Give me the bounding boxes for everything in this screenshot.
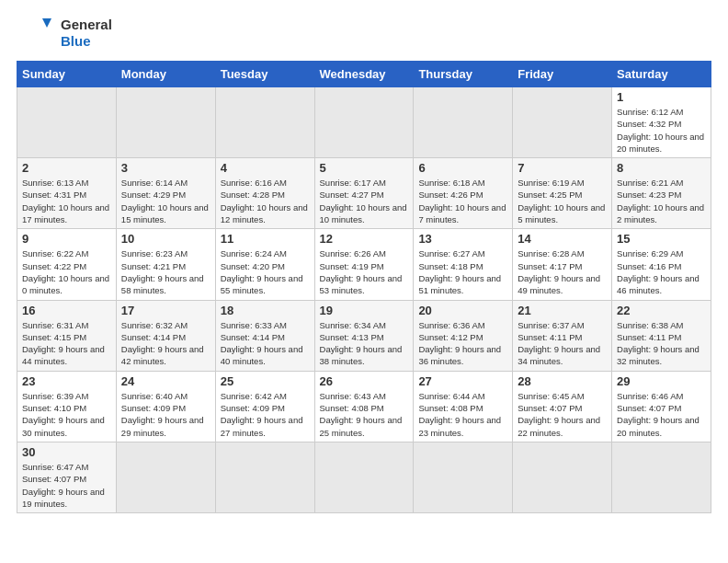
calendar-week-row: 9Sunrise: 6:22 AM Sunset: 4:22 PM Daylig…: [17, 229, 711, 300]
calendar-week-row: 30Sunrise: 6:47 AM Sunset: 4:07 PM Dayli…: [17, 442, 711, 512]
header: General Blue: [17, 15, 711, 52]
day-info: Sunrise: 6:32 AM Sunset: 4:14 PM Dayligh…: [121, 319, 210, 368]
day-info: Sunrise: 6:19 AM Sunset: 4:25 PM Dayligh…: [518, 177, 607, 225]
calendar-cell: 29Sunrise: 6:46 AM Sunset: 4:07 PM Dayli…: [612, 371, 711, 442]
calendar-cell: [314, 87, 414, 158]
calendar-cell: [414, 442, 513, 512]
day-info: Sunrise: 6:27 AM Sunset: 4:18 PM Dayligh…: [418, 247, 507, 296]
day-number: 3: [121, 161, 210, 175]
day-info: Sunrise: 6:29 AM Sunset: 4:16 PM Dayligh…: [617, 247, 706, 296]
day-number: 10: [121, 232, 210, 246]
calendar-cell: [17, 87, 117, 158]
day-info: Sunrise: 6:16 AM Sunset: 4:28 PM Dayligh…: [221, 177, 310, 225]
day-number: 15: [617, 232, 706, 246]
day-number: 29: [617, 374, 706, 388]
calendar-cell: 25Sunrise: 6:42 AM Sunset: 4:09 PM Dayli…: [215, 371, 314, 442]
calendar-cell: [215, 87, 314, 158]
calendar-cell: 4Sunrise: 6:16 AM Sunset: 4:28 PM Daylig…: [215, 158, 314, 229]
day-number: 7: [518, 161, 607, 175]
calendar-cell: 6Sunrise: 6:18 AM Sunset: 4:26 PM Daylig…: [414, 158, 513, 229]
day-info: Sunrise: 6:26 AM Sunset: 4:19 PM Dayligh…: [320, 247, 409, 296]
calendar-cell: 20Sunrise: 6:36 AM Sunset: 4:12 PM Dayli…: [414, 300, 513, 371]
day-number: 16: [22, 304, 111, 317]
calendar-cell: 18Sunrise: 6:33 AM Sunset: 4:14 PM Dayli…: [215, 300, 314, 371]
day-of-week-thursday: Thursday: [414, 62, 513, 87]
calendar-cell: [612, 442, 711, 512]
day-of-week-tuesday: Tuesday: [215, 62, 314, 87]
day-info: Sunrise: 6:22 AM Sunset: 4:22 PM Dayligh…: [22, 247, 111, 296]
day-number: 25: [221, 374, 310, 388]
day-number: 27: [418, 374, 507, 388]
calendar-cell: 15Sunrise: 6:29 AM Sunset: 4:16 PM Dayli…: [612, 229, 711, 300]
day-number: 21: [518, 304, 607, 317]
day-info: Sunrise: 6:42 AM Sunset: 4:09 PM Dayligh…: [221, 390, 310, 439]
calendar-cell: 7Sunrise: 6:19 AM Sunset: 4:25 PM Daylig…: [513, 158, 612, 229]
day-info: Sunrise: 6:37 AM Sunset: 4:11 PM Dayligh…: [518, 319, 607, 368]
day-number: 23: [22, 374, 111, 388]
day-number: 5: [320, 161, 409, 175]
day-number: 22: [617, 304, 706, 317]
calendar-cell: 14Sunrise: 6:28 AM Sunset: 4:17 PM Dayli…: [513, 229, 612, 300]
day-number: 18: [221, 304, 310, 317]
day-number: 1: [617, 90, 706, 104]
day-info: Sunrise: 6:36 AM Sunset: 4:12 PM Dayligh…: [418, 319, 507, 368]
svg-marker-0: [42, 18, 51, 28]
day-number: 4: [221, 161, 310, 175]
generalblue-icon: [17, 15, 57, 52]
calendar-cell: 13Sunrise: 6:27 AM Sunset: 4:18 PM Dayli…: [414, 229, 513, 300]
day-of-week-monday: Monday: [116, 62, 215, 87]
day-of-week-friday: Friday: [513, 62, 612, 87]
day-number: 11: [221, 232, 310, 246]
day-info: Sunrise: 6:39 AM Sunset: 4:10 PM Dayligh…: [22, 390, 111, 439]
calendar-week-row: 1Sunrise: 6:12 AM Sunset: 4:32 PM Daylig…: [17, 87, 711, 158]
calendar-cell: 12Sunrise: 6:26 AM Sunset: 4:19 PM Dayli…: [314, 229, 414, 300]
calendar-cell: 9Sunrise: 6:22 AM Sunset: 4:22 PM Daylig…: [17, 229, 117, 300]
calendar-cell: 30Sunrise: 6:47 AM Sunset: 4:07 PM Dayli…: [17, 442, 117, 512]
day-info: Sunrise: 6:38 AM Sunset: 4:11 PM Dayligh…: [617, 319, 706, 368]
day-number: 28: [518, 374, 607, 388]
calendar-cell: 11Sunrise: 6:24 AM Sunset: 4:20 PM Dayli…: [215, 229, 314, 300]
day-number: 9: [22, 232, 111, 246]
calendar-table: SundayMondayTuesdayWednesdayThursdayFrid…: [17, 61, 711, 513]
day-info: Sunrise: 6:33 AM Sunset: 4:14 PM Dayligh…: [221, 319, 310, 368]
calendar-cell: [513, 87, 612, 158]
calendar-cell: 24Sunrise: 6:40 AM Sunset: 4:09 PM Dayli…: [116, 371, 215, 442]
calendar-cell: 22Sunrise: 6:38 AM Sunset: 4:11 PM Dayli…: [612, 300, 711, 371]
calendar-cell: 26Sunrise: 6:43 AM Sunset: 4:08 PM Dayli…: [314, 371, 414, 442]
calendar-week-row: 23Sunrise: 6:39 AM Sunset: 4:10 PM Dayli…: [17, 371, 711, 442]
day-number: 12: [320, 232, 409, 246]
day-info: Sunrise: 6:13 AM Sunset: 4:31 PM Dayligh…: [22, 177, 111, 225]
calendar-cell: 5Sunrise: 6:17 AM Sunset: 4:27 PM Daylig…: [314, 158, 414, 229]
day-number: 13: [418, 232, 507, 246]
day-number: 2: [22, 161, 111, 175]
day-info: Sunrise: 6:23 AM Sunset: 4:21 PM Dayligh…: [121, 247, 210, 296]
calendar-cell: 10Sunrise: 6:23 AM Sunset: 4:21 PM Dayli…: [116, 229, 215, 300]
day-info: Sunrise: 6:45 AM Sunset: 4:07 PM Dayligh…: [518, 390, 607, 439]
day-of-week-saturday: Saturday: [612, 62, 711, 87]
day-of-week-wednesday: Wednesday: [314, 62, 414, 87]
calendar-cell: 23Sunrise: 6:39 AM Sunset: 4:10 PM Dayli…: [17, 371, 117, 442]
day-info: Sunrise: 6:24 AM Sunset: 4:20 PM Dayligh…: [221, 247, 310, 296]
day-number: 17: [121, 304, 210, 317]
day-of-week-sunday: Sunday: [17, 62, 117, 87]
day-number: 30: [22, 445, 111, 459]
day-info: Sunrise: 6:21 AM Sunset: 4:23 PM Dayligh…: [617, 177, 706, 225]
logo: General Blue: [17, 15, 112, 52]
calendar-cell: 3Sunrise: 6:14 AM Sunset: 4:29 PM Daylig…: [116, 158, 215, 229]
day-info: Sunrise: 6:43 AM Sunset: 4:08 PM Dayligh…: [320, 390, 409, 439]
day-number: 26: [320, 374, 409, 388]
day-info: Sunrise: 6:40 AM Sunset: 4:09 PM Dayligh…: [121, 390, 210, 439]
calendar-cell: 19Sunrise: 6:34 AM Sunset: 4:13 PM Dayli…: [314, 300, 414, 371]
calendar-cell: 8Sunrise: 6:21 AM Sunset: 4:23 PM Daylig…: [612, 158, 711, 229]
day-info: Sunrise: 6:28 AM Sunset: 4:17 PM Dayligh…: [518, 247, 607, 296]
calendar-cell: [314, 442, 414, 512]
calendar-cell: [513, 442, 612, 512]
calendar-cell: 2Sunrise: 6:13 AM Sunset: 4:31 PM Daylig…: [17, 158, 117, 229]
day-info: Sunrise: 6:18 AM Sunset: 4:26 PM Dayligh…: [418, 177, 507, 225]
day-number: 8: [617, 161, 706, 175]
day-info: Sunrise: 6:46 AM Sunset: 4:07 PM Dayligh…: [617, 390, 706, 439]
day-info: Sunrise: 6:17 AM Sunset: 4:27 PM Dayligh…: [320, 177, 409, 225]
calendar-header-row: SundayMondayTuesdayWednesdayThursdayFrid…: [17, 62, 711, 87]
day-info: Sunrise: 6:34 AM Sunset: 4:13 PM Dayligh…: [320, 319, 409, 368]
day-number: 6: [418, 161, 507, 175]
